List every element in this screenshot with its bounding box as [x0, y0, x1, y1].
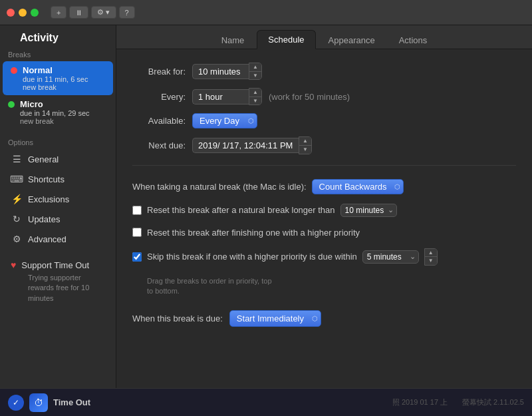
available-select[interactable]: Every Day Weekdays Weekends: [192, 113, 257, 128]
break-new-micro: new break: [20, 117, 90, 125]
break-for-row: Break for: ▲ ▼: [132, 63, 516, 80]
next-due-control[interactable]: ▲ ▼: [192, 136, 312, 154]
break-for-down[interactable]: ▼: [249, 72, 261, 80]
advanced-icon: ⚙: [11, 233, 23, 245]
skip-duration-up[interactable]: ▲: [425, 249, 437, 258]
checkbox-natural-break[interactable]: [132, 206, 142, 215]
bottom-app-name: Time Out: [53, 397, 90, 407]
break-for-control[interactable]: ▲ ▼: [192, 63, 262, 80]
next-due-label: Next due:: [132, 140, 186, 150]
break-item-micro[interactable]: Micro due in 14 min, 29 sec new break: [0, 95, 116, 129]
watermark-text: 照 2019 01 17 上 螢幕快試 2.11.02.5: [392, 397, 524, 407]
every-up[interactable]: ▲: [249, 89, 261, 97]
available-row: Available: Every Day Weekdays Weekends: [132, 113, 516, 128]
checkbox-label-3: Skip this break if one with a higher pri…: [147, 252, 357, 262]
every-control[interactable]: ▲ ▼: [192, 88, 262, 105]
updates-icon: ↻: [11, 213, 23, 225]
exclusions-icon: ⚡: [11, 193, 23, 205]
bottom-checkmark: ✓: [8, 395, 24, 411]
schedule-panel: Break for: ▲ ▼ Every: ▲ ▼: [116, 49, 532, 340]
natural-break-label: When taking a natural break (the Mac is …: [132, 182, 307, 192]
sidebar-title: Activity: [0, 28, 116, 49]
natural-break-duration-select[interactable]: 10 minutes 5 minutes 15 minutes: [340, 204, 397, 217]
checkbox-label-2: Reset this break after finishing one wit…: [147, 228, 360, 238]
natural-break-select[interactable]: Count Backwards Reset Timer Pause Timer: [312, 179, 404, 194]
toolbar-controls: + ⏸ ⚙ ▾ ?: [51, 6, 135, 19]
checkbox-row-2: Reset this break after finishing one wit…: [132, 226, 516, 239]
break-due-micro: due in 14 min, 29 sec: [20, 109, 90, 117]
support-section: ♥ Support Time Out Trying supporter rewa…: [0, 254, 116, 309]
options-section-label: Options: [0, 137, 116, 149]
tab-actions[interactable]: Actions: [388, 31, 439, 49]
skip-break-duration-select[interactable]: 5 minutes 10 minutes 15 minutes: [362, 250, 419, 264]
natural-break-select-wrapper: Count Backwards Reset Timer Pause Timer: [312, 179, 404, 194]
add-button[interactable]: +: [51, 6, 66, 19]
main-layout: Activity Breaks Normal due in 11 min, 6 …: [0, 25, 532, 416]
checkbox-higher-priority[interactable]: [132, 228, 142, 237]
when-due-label: When this break is due:: [132, 313, 223, 323]
support-label: Support Time Out: [21, 260, 89, 270]
next-due-down[interactable]: ▼: [299, 146, 311, 154]
close-button[interactable]: [7, 9, 15, 17]
options-section: Options ☰ General ⌨ Shortcuts ⚡ Exclusio…: [0, 137, 116, 249]
shortcuts-icon: ⌨: [11, 173, 23, 185]
every-row: Every: ▲ ▼ (work for 50 minutes): [132, 88, 516, 105]
divider-1: [132, 165, 516, 166]
support-description: Trying supporter rewards free for 10 min…: [11, 273, 108, 304]
heart-icon: ♥: [11, 260, 16, 270]
break-due-normal: due in 11 min, 6 sec: [23, 75, 88, 83]
sidebar: Activity Breaks Normal due in 11 min, 6 …: [0, 25, 116, 416]
when-due-select[interactable]: Start Immediately Ask First Skip: [229, 310, 321, 327]
when-due-row: When this break is due: Start Immediatel…: [132, 310, 516, 327]
break-for-input[interactable]: [192, 64, 249, 79]
break-item-normal[interactable]: Normal due in 11 min, 6 sec new break: [3, 61, 113, 95]
tab-appearance[interactable]: Appearance: [317, 31, 386, 49]
sidebar-item-exclusions[interactable]: ⚡ Exclusions: [0, 189, 116, 209]
breaks-section-label: Breaks: [0, 49, 116, 61]
sidebar-item-updates[interactable]: ↻ Updates: [0, 209, 116, 229]
tab-name[interactable]: Name: [210, 31, 256, 49]
skip-duration-down[interactable]: ▼: [425, 257, 437, 265]
title-bar: + ⏸ ⚙ ▾ ?: [0, 0, 532, 25]
advanced-label: Advanced: [28, 234, 66, 244]
maximize-button[interactable]: [31, 9, 39, 17]
bottom-bar: ✓ ⏱ Time Out 照 2019 01 17 上 螢幕快試 2.11.02…: [0, 388, 532, 416]
next-due-input[interactable]: [192, 138, 299, 153]
sidebar-item-advanced[interactable]: ⚙ Advanced: [0, 229, 116, 249]
general-label: General: [28, 154, 59, 164]
available-label: Available:: [132, 116, 186, 126]
natural-break-row: When taking a natural break (the Mac is …: [132, 179, 516, 194]
sidebar-item-shortcuts[interactable]: ⌨ Shortcuts: [0, 169, 116, 189]
bottom-app-icon: ⏱: [29, 393, 48, 412]
general-icon: ☰: [11, 153, 23, 165]
when-due-select-wrapper: Start Immediately Ask First Skip: [229, 310, 321, 327]
next-due-row: Next due: ▲ ▼: [132, 136, 516, 154]
break-dot-green: [8, 101, 15, 108]
every-label: Every:: [132, 92, 186, 102]
help-button[interactable]: ?: [119, 6, 135, 19]
break-new-normal: new break: [23, 83, 88, 91]
break-for-label: Break for:: [132, 67, 186, 77]
available-select-wrapper: Every Day Weekdays Weekends: [192, 113, 257, 128]
settings-button[interactable]: ⚙ ▾: [91, 6, 116, 19]
minimize-button[interactable]: [19, 9, 27, 17]
exclusions-label: Exclusions: [28, 194, 69, 204]
tab-schedule[interactable]: Schedule: [257, 30, 315, 49]
break-dot-red: [11, 67, 17, 74]
tab-bar: Name Schedule Appearance Actions: [116, 25, 532, 49]
break-name-normal: Normal: [23, 65, 88, 75]
break-for-up[interactable]: ▲: [249, 63, 261, 72]
every-input[interactable]: [192, 89, 249, 104]
checkbox-row-3: Skip this break if one with a higher pri…: [132, 247, 516, 267]
work-hint: (work for 50 minutes): [269, 92, 350, 102]
break-name-micro: Micro: [20, 99, 90, 109]
drag-hint: Drag the breaks to order in priority, to…: [147, 276, 516, 297]
every-down[interactable]: ▼: [249, 97, 261, 105]
sidebar-item-general[interactable]: ☰ General: [0, 149, 116, 169]
shortcuts-label: Shortcuts: [28, 174, 65, 184]
next-due-up[interactable]: ▲: [299, 137, 311, 146]
updates-label: Updates: [28, 214, 60, 224]
checkbox-skip-break[interactable]: [132, 252, 142, 262]
pause-button[interactable]: ⏸: [69, 6, 88, 19]
checkbox-label-1: Reset this break after a natural break l…: [147, 205, 335, 215]
